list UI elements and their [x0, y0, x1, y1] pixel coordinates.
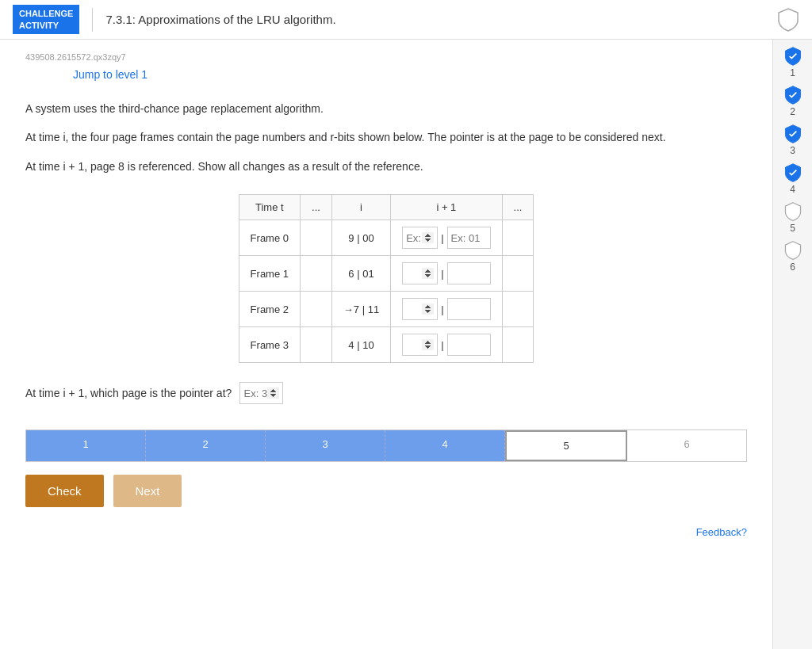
separator-1: | [441, 268, 443, 280]
frame-0-label: Frame 0 [239, 220, 300, 256]
col-dots2: ... [502, 195, 534, 220]
sidebar-item-level-5[interactable]: 5 [783, 201, 803, 234]
sidebar-level-num-4: 4 [790, 184, 795, 195]
frame-1-dots [301, 256, 332, 292]
progress-segment-6[interactable]: 6 [627, 430, 746, 461]
sidebar-item-level-4[interactable]: 4 [783, 162, 803, 195]
frame-2-dots2 [502, 292, 534, 327]
progress-segment-4[interactable]: 4 [385, 430, 505, 461]
paragraph-3: At time i + 1, page 8 is referenced. Sho… [25, 158, 747, 175]
paragraph-1: A system uses the third-chance page repl… [25, 100, 747, 117]
frame-3-dots2 [502, 327, 534, 363]
frame-2-i1: | [391, 292, 502, 327]
sidebar-item-level-3[interactable]: 3 [783, 124, 803, 156]
frame-0-i: 9 | 00 [331, 220, 390, 256]
table-row: Frame 2 →7 | 11 | [239, 292, 534, 327]
sidebar-level-num-5: 5 [790, 223, 795, 234]
col-i: i [331, 195, 390, 220]
frame-1-text[interactable] [447, 262, 491, 284]
sidebar-level-num-2: 2 [790, 106, 795, 117]
separator-3: | [441, 339, 443, 351]
sidebar-item-level-2[interactable]: 2 [783, 85, 803, 117]
pointer-question-row: At time i + 1, which page is the pointer… [25, 382, 747, 404]
sidebar-level-num-6: 6 [790, 262, 795, 273]
frame-1-spinner[interactable] [402, 262, 438, 284]
frame-0-text[interactable] [447, 227, 491, 249]
checkmark-shield-icon-1 [783, 46, 803, 67]
progress-segment-1[interactable]: 1 [26, 430, 146, 461]
table-row: Frame 1 6 | 01 | [239, 256, 534, 292]
frame-1-label: Frame 1 [239, 256, 300, 292]
frame-2-i: →7 | 11 [331, 292, 390, 327]
frame-0-dots [301, 220, 332, 256]
frame-1-dots2 [502, 256, 534, 292]
next-button[interactable]: Next [113, 475, 182, 507]
sidebar-level-num-3: 3 [790, 145, 795, 156]
content-area: 439508.2615572.qx3zqy7 Jump to level 1 A… [0, 40, 772, 649]
shield-icon [777, 7, 799, 32]
frame-3-dots [301, 327, 332, 363]
progress-bar: 1 2 3 4 5 6 [25, 429, 747, 462]
header: CHALLENGE ACTIVITY 7.3.1: Approximations… [0, 0, 812, 40]
pointer-question-text: At time i + 1, which page is the pointer… [25, 387, 232, 399]
sidebar-item-level-1[interactable]: 1 [783, 46, 803, 78]
frame-3-i: 4 | 10 [331, 327, 390, 363]
sidebar-level-num-1: 1 [790, 67, 795, 78]
separator-0: | [441, 232, 443, 244]
progress-segment-2[interactable]: 2 [146, 430, 266, 461]
checkmark-shield-icon-2 [783, 85, 803, 105]
progress-segment-5[interactable]: 5 [505, 430, 627, 461]
feedback-link[interactable]: Feedback? [25, 526, 747, 538]
frame-0-spinner[interactable] [402, 227, 438, 249]
frame-1-i: 6 | 01 [331, 256, 390, 292]
frame-3-i1: | [391, 327, 502, 363]
frame-3-spinner[interactable] [402, 334, 438, 356]
frame-2-dots [301, 292, 332, 327]
frame-0-dots2 [502, 220, 534, 256]
challenge-activity-badge: CHALLENGE ACTIVITY [13, 5, 79, 34]
page-title: 7.3.1: Approximations of the LRU algorit… [105, 13, 777, 26]
check-button[interactable]: Check [25, 475, 104, 507]
button-row: Check Next [25, 475, 747, 507]
separator-2: | [441, 304, 443, 315]
frames-table: Time t ... i i + 1 ... Frame 0 9 | 00 [239, 194, 534, 363]
frame-3-text[interactable] [447, 334, 491, 356]
session-id: 439508.2615572.qx3zqy7 [25, 52, 747, 62]
pointer-spinner[interactable] [239, 382, 283, 404]
frame-0-i1: | [391, 220, 502, 256]
col-i1: i + 1 [391, 195, 502, 220]
empty-shield-icon-6 [783, 240, 803, 261]
right-sidebar: 1 2 3 4 [772, 40, 812, 649]
table-row: Frame 0 9 | 00 | [239, 220, 534, 256]
checkmark-shield-icon-4 [783, 162, 803, 183]
frame-2-text[interactable] [447, 298, 491, 320]
sidebar-item-level-6[interactable]: 6 [783, 240, 803, 273]
progress-segment-3[interactable]: 3 [266, 430, 385, 461]
col-time: Time t [239, 195, 300, 220]
table-wrapper: Time t ... i i + 1 ... Frame 0 9 | 00 [25, 194, 747, 363]
jump-to-level-link[interactable]: Jump to level 1 [73, 68, 147, 81]
col-dots1: ... [301, 195, 332, 220]
main-container: 439508.2615572.qx3zqy7 Jump to level 1 A… [0, 40, 812, 649]
frame-2-spinner[interactable] [402, 298, 438, 320]
frame-2-label: Frame 2 [239, 292, 300, 327]
paragraph-2: At time i, the four page frames contain … [25, 128, 747, 146]
frame-3-label: Frame 3 [239, 327, 300, 363]
frame-1-i1: | [391, 256, 502, 292]
header-divider [92, 8, 93, 32]
checkmark-shield-icon-3 [783, 124, 803, 144]
empty-shield-icon-5 [783, 201, 803, 222]
table-row: Frame 3 4 | 10 | [239, 327, 534, 363]
